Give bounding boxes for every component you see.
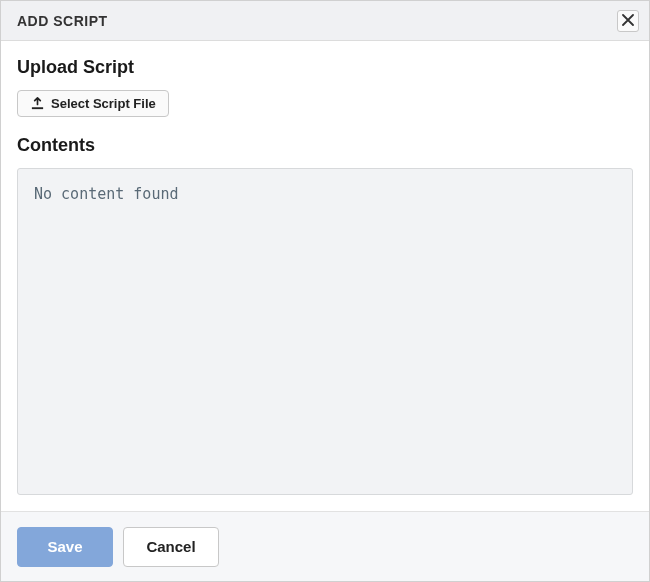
- save-button-label: Save: [47, 538, 82, 555]
- close-button[interactable]: [617, 10, 639, 32]
- script-contents-box[interactable]: No content found: [17, 168, 633, 495]
- dialog-title: ADD SCRIPT: [17, 13, 108, 29]
- close-icon: [622, 12, 634, 30]
- add-script-dialog: ADD SCRIPT Upload Script Select Script F…: [0, 0, 650, 582]
- titlebar: ADD SCRIPT: [1, 1, 649, 41]
- save-button[interactable]: Save: [17, 527, 113, 567]
- upload-heading: Upload Script: [17, 57, 633, 78]
- contents-heading: Contents: [17, 135, 633, 156]
- cancel-button-label: Cancel: [146, 538, 195, 555]
- select-file-label: Select Script File: [51, 96, 156, 111]
- dialog-footer: Save Cancel: [1, 511, 649, 581]
- script-contents-placeholder: No content found: [34, 185, 616, 203]
- select-script-file-button[interactable]: Select Script File: [17, 90, 169, 117]
- upload-icon: [30, 96, 45, 111]
- cancel-button[interactable]: Cancel: [123, 527, 219, 567]
- dialog-body: Upload Script Select Script File Content…: [1, 41, 649, 511]
